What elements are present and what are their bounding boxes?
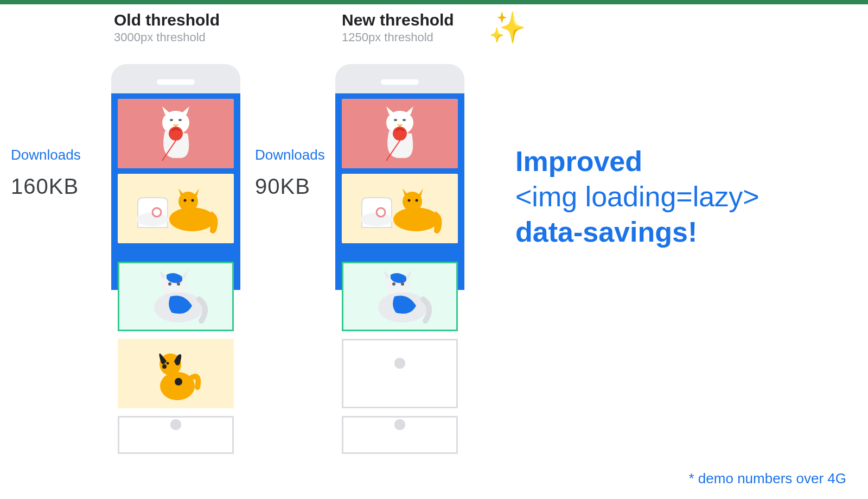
svg-point-21	[394, 119, 397, 121]
sparkle-icon: ✨	[488, 10, 526, 46]
tile-placeholder	[342, 339, 458, 408]
svg-point-16	[175, 378, 182, 386]
phone-screen-old	[111, 93, 240, 290]
cat-yarn-icon	[373, 104, 427, 163]
orange-cat-icon	[354, 179, 446, 238]
svg-point-9	[192, 199, 194, 202]
headline-line3: data-savings!	[515, 214, 760, 250]
phone-screen-new	[335, 93, 464, 290]
downloads-value-new: 90KB	[255, 174, 336, 199]
svg-point-3	[178, 119, 182, 121]
phone-speaker	[157, 79, 195, 85]
tile-cat-yarn	[342, 99, 458, 168]
svg-point-17	[162, 364, 167, 369]
headline-block: Improved <img loading=lazy> data-savings…	[515, 144, 760, 250]
svg-point-28	[416, 199, 418, 202]
blue-cat-icon	[141, 267, 211, 326]
svg-point-14	[160, 372, 195, 400]
downloads-label-new: Downloads	[255, 147, 336, 163]
spinner-icon	[161, 420, 191, 450]
below-fold-new	[335, 262, 464, 454]
tile-cat-yarn	[118, 99, 234, 168]
tile-orange-cat	[118, 174, 234, 243]
svg-point-27	[408, 199, 411, 202]
svg-point-24	[376, 208, 385, 217]
tile-placeholder	[118, 416, 234, 454]
tile-placeholder	[342, 416, 458, 454]
dog-icon	[146, 344, 206, 403]
cat-yarn-icon	[149, 104, 203, 163]
downloads-value-old: 160KB	[11, 174, 108, 199]
phone-old-threshold	[111, 64, 240, 454]
blue-cat-icon	[365, 267, 435, 326]
tile-orange-cat	[342, 174, 458, 243]
svg-point-26	[393, 207, 439, 231]
new-threshold-subtitle: 1250px threshold	[342, 30, 461, 45]
phone-bezel	[111, 64, 240, 93]
old-threshold-subtitle: 3000px threshold	[114, 30, 233, 45]
svg-point-31	[392, 282, 395, 286]
svg-point-18	[167, 362, 169, 365]
new-downloads-block: Downloads 90KB	[255, 147, 336, 199]
tile-dog-loaded	[118, 339, 234, 408]
svg-point-32	[401, 282, 404, 286]
new-threshold-header: New threshold 1250px threshold	[342, 11, 461, 45]
spinner-icon	[385, 358, 415, 389]
phone-new-threshold	[335, 64, 464, 454]
phone-bezel	[335, 64, 464, 93]
svg-point-2	[170, 119, 173, 121]
svg-point-8	[184, 199, 187, 202]
svg-point-5	[152, 208, 161, 217]
footnote: * demo numbers over 4G	[689, 470, 846, 487]
tile-blue-cat-loaded	[118, 262, 234, 331]
old-threshold-title: Old threshold	[114, 11, 233, 29]
downloads-label-old: Downloads	[11, 147, 108, 163]
phone-speaker	[381, 79, 419, 85]
orange-cat-icon	[130, 179, 222, 238]
tile-blue-cat-loaded	[342, 262, 458, 331]
headline-line1: Improved	[515, 144, 760, 179]
svg-point-7	[169, 207, 215, 231]
page-top-accent-bar	[0, 0, 868, 4]
new-threshold-title: New threshold	[342, 11, 461, 29]
below-fold-old	[111, 262, 240, 454]
svg-point-13	[177, 282, 180, 286]
headline-line2: <img loading=lazy>	[515, 179, 760, 214]
spinner-icon	[385, 420, 415, 450]
old-threshold-header: Old threshold 3000px threshold	[114, 11, 233, 45]
svg-point-22	[403, 119, 406, 121]
svg-point-12	[168, 282, 171, 286]
old-downloads-block: Downloads 160KB	[11, 147, 108, 199]
